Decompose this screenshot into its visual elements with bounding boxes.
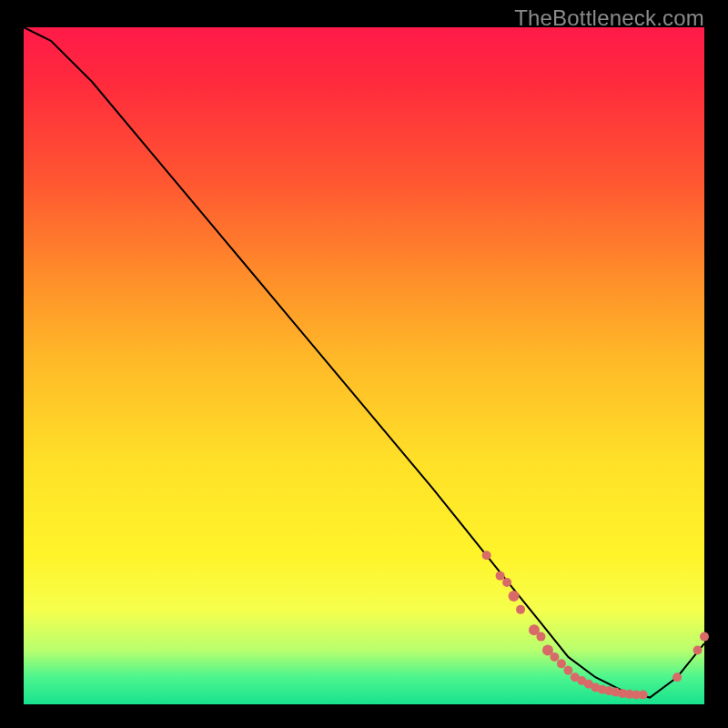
marker-dot	[639, 691, 648, 700]
marker-dot	[700, 632, 709, 642]
marker-dot	[557, 659, 566, 668]
marker-dot	[672, 672, 682, 682]
marker-dot	[509, 591, 520, 602]
marker-dot	[516, 605, 525, 614]
marker-dot	[482, 551, 491, 560]
bottleneck-curve-line	[24, 27, 704, 698]
marker-dot	[693, 645, 703, 654]
marker-dot	[563, 666, 572, 675]
plot-area	[24, 27, 704, 704]
marker-dot	[496, 571, 505, 581]
marker-dot	[550, 652, 559, 662]
marker-dot	[502, 578, 511, 587]
marker-dot	[536, 632, 545, 642]
chart-container: TheBottleneck.com	[0, 0, 728, 728]
curve-svg	[24, 27, 704, 704]
